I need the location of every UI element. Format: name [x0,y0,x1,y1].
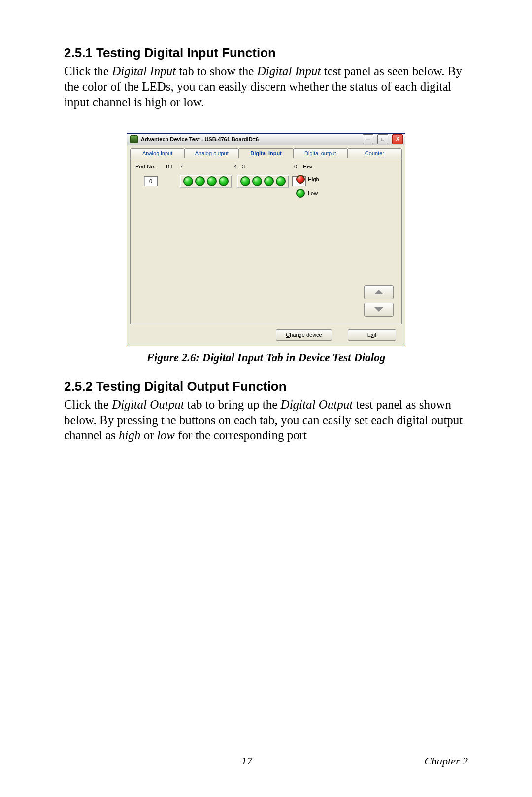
triangle-down-icon [374,307,383,312]
button-label: it [374,332,377,338]
window-body: Analog input Analog output Digital input… [127,145,405,346]
scroll-buttons [364,285,394,317]
port-row-0: 0 [135,174,397,189]
led-bit-2 [252,176,262,186]
tab-label: tput [327,150,336,156]
legend-led-low-icon [296,189,305,198]
heading-2-5-2: 2.5.2 Testing Digital Output Function [64,379,468,394]
label-bit-4: 4 [209,164,242,169]
tab-label: Digital o [304,150,324,156]
tab-label: utput [216,150,228,156]
tab-digital-output[interactable]: Digital output [293,148,348,158]
device-test-window: Advantech Device Test - USB-4761 BoardID… [127,133,405,346]
tab-label: ter [378,150,384,156]
tab-analog-output[interactable]: Analog output [184,148,239,158]
tab-label: Analog [195,150,213,156]
led-bit-6 [195,176,205,186]
led-bit-1 [264,176,274,186]
digital-input-panel: Port No. Bit 7 4 3 0 Hex 0 [130,158,402,324]
italic-text: high [119,429,140,442]
window-titlebar[interactable]: Advantech Device Test - USB-4761 BoardID… [127,134,405,145]
heading-2-5-1: 2.5.1 Testing Digital Input Function [64,45,468,61]
maximize-button[interactable]: □ [377,134,388,144]
port-no-field[interactable]: 0 [144,176,158,186]
triangle-up-icon [374,290,383,294]
italic-text: low [157,429,175,442]
tab-label: Digital [250,150,268,156]
legend-low-label: Low [308,190,318,196]
led-bit-4 [219,176,229,186]
close-button[interactable]: X [392,134,403,144]
scroll-down-button[interactable] [364,303,394,317]
tab-digital-input[interactable]: Digital input [238,148,293,158]
tab-label: Cou [365,150,375,156]
tab-analog-input[interactable]: Analog input [130,148,185,158]
paragraph-2-5-2: Click the Digital Output tab to bring up… [64,397,468,443]
led-group-high-nibble [180,175,237,188]
column-headers: Port No. Bit 7 4 3 0 Hex [135,162,397,171]
exit-button[interactable]: Exit [348,329,396,341]
app-icon [130,135,138,143]
label-bit-0: 0 [269,164,303,169]
led-bit-0 [276,176,286,186]
tab-label: nalog input [146,150,172,156]
button-label: hange device [290,332,322,338]
change-device-button[interactable]: Change device [276,329,332,341]
label-bit-7: 7 [180,164,209,169]
legend-high-label: High [308,176,319,182]
scroll-up-button[interactable] [364,285,394,299]
legend-high: High [296,175,319,184]
label-bit-3: 3 [242,164,269,169]
label-bit: Bit [166,164,180,169]
port-no-cell: 0 [135,176,166,186]
text: tab to show the [176,65,257,78]
led-group-low-nibble [237,175,292,188]
italic-text: Digital Input [257,65,321,78]
dialog-button-row: Change device Exit [130,324,402,341]
text: for the corresponding port [175,429,307,442]
led-bit-7 [183,176,193,186]
document-page: 2.5.1 Testing Digital Input Function Cli… [0,0,532,797]
text: Click the [64,65,112,78]
led-legend: High Low [296,175,319,198]
tab-strip: Analog input Analog output Digital input… [130,148,402,158]
tab-label: nput [270,150,282,156]
window-title: Advantech Device Test - USB-4761 BoardID… [141,136,259,142]
legend-led-high-icon [296,175,305,184]
label-hex: Hex [303,164,323,169]
text: Click the [64,398,112,411]
figure-caption-2-6: Figure 2.6: Digital Input Tab in Device … [64,351,468,364]
italic-text: Digital Output [281,398,353,411]
page-number: 17 [241,755,252,767]
button-label: E [367,332,371,338]
legend-low: Low [296,189,319,198]
italic-text: Digital Output [112,398,184,411]
label-port-no: Port No. [135,164,166,169]
text: or [141,429,157,442]
page-footer: 17 Chapter 2 [0,755,532,767]
italic-text: Digital Input [112,65,176,78]
paragraph-2-5-1: Click the Digital Input tab to show the … [64,64,468,110]
minimize-button[interactable]: — [363,134,373,144]
led-group [237,175,289,188]
chapter-label: Chapter 2 [424,755,468,767]
text: tab to bring up the [184,398,281,411]
tab-counter[interactable]: Counter [347,148,402,158]
led-bit-3 [240,176,250,186]
led-bit-5 [207,176,217,186]
led-group [180,175,232,188]
